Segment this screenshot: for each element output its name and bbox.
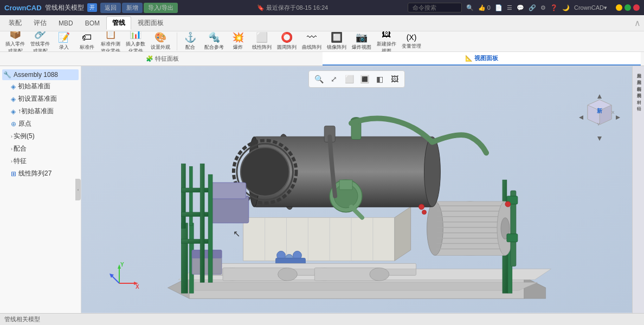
command-search-input[interactable] xyxy=(408,3,462,12)
titlebar-right: 🔍 👍 0 📄 ☰ 💬 🔗 ⚙ ❓ 🌙 CrownCAD▾ xyxy=(408,3,640,12)
right-btn-4[interactable]: 外观列表 xyxy=(634,88,642,92)
svg-rect-53 xyxy=(339,180,352,190)
close-button[interactable] xyxy=(633,4,640,11)
titlebar-left: CrownCAD 管线相关模型 开 返回 新增 导入/导出 xyxy=(4,3,178,13)
right-btn-1[interactable]: 只显示列 xyxy=(634,68,642,73)
vp-render-button[interactable]: 🖼 xyxy=(388,73,401,86)
mirror-array-label: 镜像阵列 xyxy=(327,44,346,51)
svg-marker-87 xyxy=(597,136,602,141)
input-label: 录入 xyxy=(59,44,69,51)
curve-array-label: 曲线阵列 xyxy=(302,44,321,51)
insert-pipe-label: 管线零件或装配 xyxy=(30,41,50,51)
svg-point-65 xyxy=(370,268,389,281)
mate-tree-arrow: › xyxy=(11,146,12,152)
toolbar-tab-row: 装配 评估 MBD BOM 管线 视图面板 ∧ xyxy=(0,15,644,31)
tree-item-features[interactable]: › 特征 xyxy=(10,155,79,167)
vp-fit-button[interactable]: ⤢ xyxy=(327,73,340,86)
icon-toggle[interactable]: 🌙 xyxy=(562,4,570,11)
mate-label: 配合 xyxy=(185,44,195,51)
main-toolbar: 装配 评估 MBD BOM 管线 视图面板 ∧ 📦 插入零件或装配 🔗 管线零件… xyxy=(0,15,644,52)
param-part-button[interactable]: 📊 插入参数化零件 xyxy=(124,31,147,51)
mate-button[interactable]: ⚓ 配合 xyxy=(179,31,201,51)
tree-item-mate[interactable]: › 配合 xyxy=(10,142,79,155)
appearance-button[interactable]: 🎨 设置外观 xyxy=(149,31,172,51)
right-btn-6[interactable]: 特征 xyxy=(634,101,642,105)
tree-item-datum1[interactable]: ◈ 初始基准面 xyxy=(10,80,79,93)
view-panel-icon: 📐 xyxy=(465,55,473,61)
feature-panel-icon: 🧩 xyxy=(146,55,153,62)
input-icon: 📝 xyxy=(58,32,70,44)
icon-file: 📄 xyxy=(495,4,503,11)
insert-pipe-icon: 🔗 xyxy=(34,31,46,40)
panel-collapse-button[interactable]: ‹ xyxy=(75,179,81,200)
svg-rect-9 xyxy=(189,166,192,226)
vp-zoom-button[interactable]: 🔍 xyxy=(312,73,325,86)
vp-view1-button[interactable]: ⬜ xyxy=(343,73,356,86)
svg-rect-26 xyxy=(435,202,505,256)
tab-evaluate[interactable]: 评估 xyxy=(28,17,52,29)
mirror-array-button[interactable]: 🔲 镜像阵列 xyxy=(325,31,349,51)
explode-button[interactable]: 💥 爆炸 xyxy=(227,31,249,51)
import-export-button[interactable]: 导入/导出 xyxy=(144,3,178,13)
feature-tree: 🔧 Assembly 1088 ◈ 初始基准面 ◈ 初设置基准面 ◈ ↑初始基准… xyxy=(0,66,81,298)
view-panel-tab[interactable]: 📐 视图面板 xyxy=(323,52,641,66)
vp-view3-button[interactable]: ◧ xyxy=(373,73,386,86)
right-btn-2[interactable]: 只显示列 xyxy=(634,75,642,79)
viewport[interactable]: 🔍 ⤢ ⬜ 🔳 ◧ 🖼 xyxy=(81,66,632,313)
circular-array-label: 圆周阵列 xyxy=(277,44,297,51)
maximize-button[interactable] xyxy=(624,4,631,11)
curve-array-button[interactable]: 〰 曲线阵列 xyxy=(300,31,324,51)
new-button[interactable]: 新增 xyxy=(122,3,143,13)
tree-item-origin[interactable]: ⊕ 原点 xyxy=(10,118,79,130)
circular-array-button[interactable]: ⭕ 圆周阵列 xyxy=(275,31,299,51)
input-button[interactable]: 📝 录入 xyxy=(53,31,75,51)
status-text: 管线相关模型 xyxy=(4,315,40,323)
feature-panel-tab[interactable]: 🧩 特征面板 xyxy=(3,53,321,65)
tab-pipeline[interactable]: 管线 xyxy=(106,16,131,30)
right-btn-3[interactable]: 特征列表 xyxy=(634,81,642,86)
tab-view-panel[interactable]: 视图面板 xyxy=(132,17,169,29)
tree-item-datum3[interactable]: ◈ ↑初始基准面 xyxy=(10,105,79,118)
nav-cube[interactable]: 新 X Y xyxy=(578,93,621,136)
svg-point-72 xyxy=(422,210,427,214)
explode-view-button[interactable]: 📷 爆炸视图 xyxy=(350,31,373,51)
mirror-array-icon: 🔲 xyxy=(331,32,343,44)
toolbar-collapse-btn[interactable]: ∧ xyxy=(634,18,641,28)
tab-bom[interactable]: BOM xyxy=(80,18,105,29)
tree-root[interactable]: 🔧 Assembly 1088 xyxy=(2,69,79,80)
explode-icon: 💥 xyxy=(232,32,244,44)
back-button[interactable]: 返回 xyxy=(100,3,121,13)
tree-item-datum2[interactable]: ◈ 初设置基准面 xyxy=(10,93,79,105)
svg-marker-88 xyxy=(579,115,583,120)
tree-item-linear-array[interactable]: ⊞ 线性阵列27 xyxy=(10,167,79,180)
tree-item-instances[interactable]: › 实例(5) xyxy=(10,130,79,142)
insert-pipe-button[interactable]: 🔗 管线零件或装配 xyxy=(28,31,52,51)
std-preview-button[interactable]: 📋 标准件测览化零件 xyxy=(99,31,123,51)
insert-part-button[interactable]: 📦 插入零件或装配 xyxy=(3,31,27,51)
icon-chat: 💬 xyxy=(517,4,524,11)
appearance-icon: 🎨 xyxy=(154,32,166,44)
tab-mbd[interactable]: MBD xyxy=(53,18,79,29)
svg-text:Y: Y xyxy=(120,262,124,268)
tab-assembly[interactable]: 装配 xyxy=(3,17,27,29)
vp-view2-button[interactable]: 🔳 xyxy=(358,73,371,86)
assembly-title: Assembly 1088 xyxy=(14,71,58,79)
variable-button[interactable]: (X) 变量管理 xyxy=(400,32,423,51)
instances-arrow: › xyxy=(11,134,12,139)
linear-array-button[interactable]: ⬜ 线性阵列 xyxy=(250,31,274,51)
linear-array-icon: ⬜ xyxy=(256,32,268,44)
mate-ref-button[interactable]: 🔩 配合参考 xyxy=(202,31,226,51)
features-tree-label: 特征 xyxy=(14,157,27,166)
icon-search: 🔍 xyxy=(466,4,474,11)
right-panel: 只显示列 只显示列 特征列表 外观列表 材料 特征 xyxy=(632,66,644,313)
title-bar: CrownCAD 管线相关模型 开 返回 新增 导入/导出 🔖 最近保存于08-… xyxy=(0,0,644,15)
param-part-label: 插入参数化零件 xyxy=(126,41,145,51)
right-btn-5[interactable]: 材料 xyxy=(634,94,642,99)
svg-marker-17 xyxy=(243,218,395,261)
datum2-icon: ◈ xyxy=(11,95,16,103)
linear-array-label: 线性阵列 xyxy=(252,44,272,51)
user-account[interactable]: CrownCAD▾ xyxy=(574,4,607,11)
new-operation-button[interactable]: 🖼 新建操作视图 xyxy=(375,31,398,51)
standard-part-button[interactable]: 🏷 标准件 xyxy=(76,31,98,51)
minimize-button[interactable] xyxy=(616,4,622,11)
